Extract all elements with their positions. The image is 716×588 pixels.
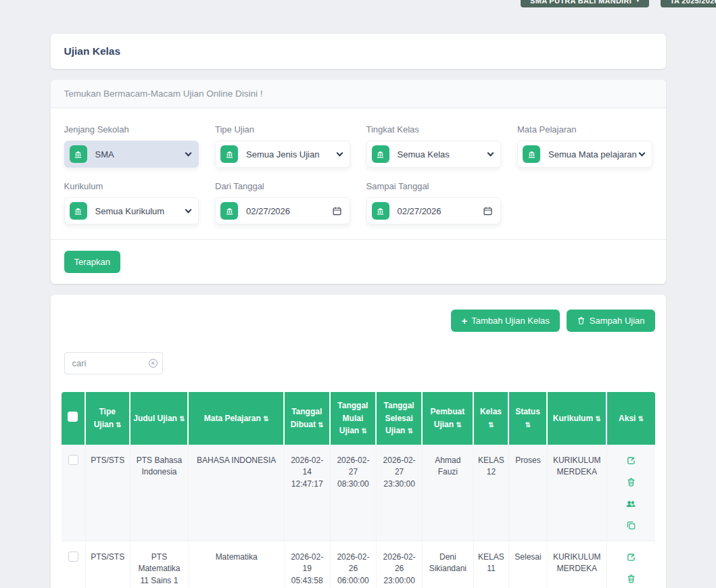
- academic-year-button[interactable]: TA 2025/2026: [661, 0, 716, 7]
- field-icon: [523, 145, 540, 163]
- edit-button[interactable]: [626, 552, 636, 562]
- column-header-tanggal-selesai[interactable]: Tanggal Selesai Ujian ⇅: [377, 392, 423, 445]
- filter-card-header: Temukan Bermacam-Macam Ujian Online Disi…: [51, 80, 666, 108]
- column-header-label: Kelas: [480, 407, 502, 416]
- clear-search-icon[interactable]: ✕: [149, 359, 158, 368]
- tambah-ujian-kelas-button[interactable]: + Tambah Ujian Kelas: [451, 310, 559, 332]
- sort-icon: ⇅: [595, 415, 600, 422]
- cell-aksi: [607, 541, 655, 588]
- field-icon: [70, 145, 87, 163]
- column-header-kelas[interactable]: Kelas ⇅: [474, 392, 510, 445]
- academic-year-label: TA 2025/2026: [670, 0, 716, 5]
- exams-table: Tipe Ujian ⇅ Judul Ujian ⇅ Mata Pelajara…: [62, 392, 655, 588]
- sampai-tanggal-value: 02/27/2026: [389, 206, 483, 216]
- field-icon: [372, 145, 389, 163]
- sort-icon: ⇅: [263, 415, 268, 422]
- tingkat-kelas-label: Tingkat Kelas: [366, 124, 502, 134]
- school-select-button[interactable]: SMA PUTRA BALI MANDIRI ▾: [521, 0, 649, 7]
- cell-judul-ujian: PTS Bahasa Indonesia: [130, 445, 189, 541]
- column-header-judul-ujian[interactable]: Judul Ujian ⇅: [130, 392, 189, 445]
- cell-tanggal-mulai: 2026-02-27 08:30:00: [331, 445, 377, 541]
- delete-button[interactable]: [626, 574, 636, 584]
- tipe-ujian-label: Tipe Ujian: [215, 124, 350, 134]
- column-header-label: Kurikulum: [553, 414, 593, 423]
- sort-icon: ⇅: [116, 421, 120, 428]
- filter-card-title: Temukan Bermacam-Macam Ujian Online Disi…: [64, 89, 263, 99]
- exams-table-card: + Tambah Ujian Kelas Sampah Ujian ✕: [51, 295, 666, 588]
- sort-icon: ⇅: [179, 415, 184, 422]
- chevron-down-icon: [336, 149, 343, 156]
- dari-tanggal-label: Dari Tanggal: [215, 181, 350, 191]
- tingkat-kelas-select[interactable]: Semua Kelas: [366, 141, 502, 168]
- chevron-down-icon: [185, 149, 192, 156]
- column-header-aksi[interactable]: Aksi ⇅: [607, 392, 655, 445]
- sampai-tanggal-input[interactable]: 02/27/2026: [366, 197, 502, 224]
- cell-mata-pelajaran: BAHASA INDONESIA: [189, 445, 284, 541]
- column-header-label: Mata Pelajaran: [204, 414, 261, 423]
- filter-field-tipe: Tipe Ujian Semua Jenis Ujian: [215, 124, 350, 168]
- cell-kelas: KELAS 11: [474, 541, 510, 588]
- school-select-label: SMA PUTRA BALI MANDIRI: [530, 0, 631, 5]
- filter-grid: Jenjang Sekolah SMA Tipe Ujian Semua Jen…: [51, 108, 666, 239]
- kurikulum-select[interactable]: Semua Kurikulum: [64, 197, 199, 224]
- select-all-checkbox[interactable]: [68, 412, 78, 422]
- table-row: PTS/STS PTS Matematika 11 Sains 1 Matema…: [62, 541, 655, 588]
- sort-icon: ⇅: [318, 421, 323, 428]
- duplicate-button[interactable]: [626, 520, 636, 531]
- delete-button[interactable]: [626, 477, 636, 487]
- mata-pelajaran-value: Semua Mata pelajaran: [540, 149, 640, 160]
- filter-field-sampai-tanggal: Sampai Tanggal 02/27/2026: [366, 181, 502, 224]
- row-checkbox[interactable]: [68, 455, 78, 465]
- sort-icon: ⇅: [525, 421, 530, 428]
- terapkan-button[interactable]: Terapkan: [64, 251, 120, 273]
- column-header-tipe-ujian[interactable]: Tipe Ujian ⇅: [86, 392, 130, 445]
- cell-mata-pelajaran: Matematika: [189, 541, 284, 588]
- sampah-ujian-button[interactable]: Sampah Ujian: [567, 310, 655, 332]
- search-input[interactable]: [64, 352, 163, 374]
- column-header-status[interactable]: Status ⇅: [509, 392, 548, 445]
- cell-tanggal-dibuat: 2026-02-19 05:43:58: [285, 541, 331, 588]
- tipe-ujian-value: Semua Jenis Ujian: [238, 149, 337, 160]
- jenjang-sekolah-label: Jenjang Sekolah: [64, 124, 199, 134]
- tambah-ujian-kelas-label: Tambah Ujian Kelas: [471, 316, 550, 326]
- calendar-icon: [332, 206, 342, 216]
- column-header-label: Status: [515, 407, 540, 416]
- filter-field-jenjang: Jenjang Sekolah SMA: [64, 124, 199, 168]
- tipe-ujian-select[interactable]: Semua Jenis Ujian: [215, 141, 350, 168]
- dari-tanggal-input[interactable]: 02/27/2026: [215, 197, 350, 224]
- chevron-down-icon: [487, 149, 494, 156]
- cell-tanggal-dibuat: 2026-02-14 12:47:17: [285, 445, 331, 541]
- cell-kurikulum: KURIKULUM MERDEKA: [548, 541, 607, 588]
- cell-tanggal-mulai: 2026-02-26 06:00:00: [331, 541, 377, 588]
- field-icon: [70, 202, 87, 220]
- column-header-tanggal-mulai[interactable]: Tanggal Mulai Ujian ⇅: [331, 392, 377, 445]
- cell-pembuat-ujian: Ahmad Fauzi: [423, 445, 474, 541]
- edit-button[interactable]: [626, 456, 636, 466]
- cell-pembuat-ujian: Deni Sikiandani: [423, 541, 474, 588]
- sort-icon: ⇅: [456, 421, 460, 428]
- trash-icon: [577, 316, 586, 325]
- filter-field-kurikulum: Kurikulum Semua Kurikulum: [64, 181, 199, 224]
- tingkat-kelas-value: Semua Kelas: [389, 149, 489, 160]
- cell-checkbox: [62, 541, 86, 588]
- participants-button[interactable]: [625, 499, 636, 509]
- sort-icon: ⇅: [488, 421, 493, 428]
- column-header-kurikulum[interactable]: Kurikulum ⇅: [548, 392, 607, 445]
- cell-tanggal-selesai: 2026-02-26 23:00:00: [377, 541, 423, 588]
- column-header-label: Judul Ujian: [133, 414, 177, 423]
- cell-aksi: [607, 445, 655, 541]
- column-header-mata-pelajaran[interactable]: Mata Pelajaran ⇅: [189, 392, 284, 445]
- column-header-pembuat-ujian[interactable]: Pembuat Ujian ⇅: [423, 392, 474, 445]
- plus-icon: +: [461, 317, 467, 325]
- row-checkbox[interactable]: [68, 552, 78, 562]
- column-header-label: Tipe Ujian: [94, 407, 116, 429]
- column-header-tanggal-dibuat[interactable]: Tanggal Dibuat ⇅: [285, 392, 331, 445]
- filter-field-dari-tanggal: Dari Tanggal 02/27/2026: [215, 181, 350, 224]
- cell-kelas: KELAS 12: [474, 445, 510, 541]
- mata-pelajaran-select[interactable]: Semua Mata pelajaran: [517, 141, 652, 168]
- jenjang-sekolah-select[interactable]: SMA: [64, 141, 199, 168]
- filter-card: Temukan Bermacam-Macam Ujian Online Disi…: [51, 80, 666, 284]
- cell-status: Proses: [509, 445, 548, 541]
- page-title-card: Ujian Kelas: [51, 34, 666, 69]
- filter-card-footer: Terapkan: [51, 239, 666, 284]
